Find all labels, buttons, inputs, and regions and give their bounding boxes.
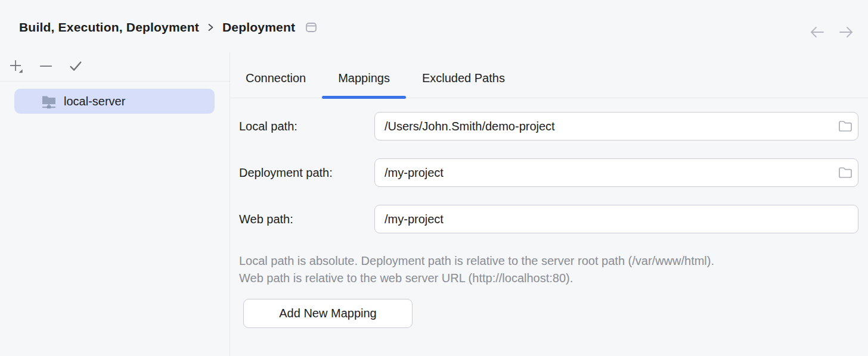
breadcrumb: Build, Execution, Deployment Deployment (19, 20, 317, 35)
help-line-1: Local path is absolute. Deployment path … (239, 252, 865, 270)
arrow-left-icon (809, 25, 826, 39)
checkmark-icon (68, 58, 83, 75)
use-as-default-button[interactable] (68, 59, 83, 74)
breadcrumb-item-deployment[interactable]: Deployment (222, 20, 295, 35)
deployment-path-label: Deployment path: (239, 158, 333, 187)
tab-mappings[interactable]: Mappings (322, 63, 406, 99)
sidebar-toolbar-divider (0, 81, 230, 82)
web-path-input-box (374, 205, 858, 233)
arrow-right-icon (838, 25, 854, 39)
settings-header: Build, Execution, Deployment Deployment (0, 0, 868, 52)
deployment-tabs: Connection Mappings Excluded Paths (230, 63, 521, 99)
web-path-row: Web path: (239, 205, 858, 233)
back-button[interactable] (808, 24, 826, 40)
remove-server-button[interactable] (38, 59, 54, 74)
remote-folder-icon (41, 93, 57, 110)
local-path-input-box (374, 112, 858, 140)
minus-icon (38, 58, 54, 75)
web-path-input[interactable] (375, 205, 858, 233)
window-icon (305, 22, 317, 33)
deployment-path-input[interactable] (375, 159, 833, 186)
local-path-label: Local path: (239, 112, 297, 140)
server-list-toolbar (0, 52, 230, 81)
tab-excluded-paths[interactable]: Excluded Paths (406, 63, 521, 99)
chevron-right-icon (207, 22, 215, 33)
plus-icon (8, 58, 24, 75)
local-path-browse-button[interactable] (833, 113, 858, 140)
add-server-button[interactable] (8, 59, 24, 74)
server-list-item-local-server[interactable]: local-server (14, 89, 215, 114)
history-nav (808, 24, 855, 40)
web-path-label: Web path: (239, 205, 293, 233)
local-path-input[interactable] (375, 113, 833, 140)
server-name-label: local-server (64, 95, 125, 108)
folder-icon (838, 120, 853, 133)
forward-button[interactable] (837, 24, 855, 40)
folder-icon (838, 166, 853, 179)
tab-connection[interactable]: Connection (230, 63, 322, 99)
deployment-path-browse-button[interactable] (833, 159, 858, 186)
local-path-row: Local path: (239, 112, 858, 140)
add-new-mapping-button[interactable]: Add New Mapping (243, 299, 413, 328)
help-line-2: Web path is relative to the web server U… (239, 270, 865, 287)
breadcrumb-item-build-execution-deployment[interactable]: Build, Execution, Deployment (19, 20, 199, 35)
server-list: local-server (0, 89, 230, 114)
deployment-path-row: Deployment path: (239, 158, 858, 187)
deployment-path-input-box (374, 158, 858, 187)
mappings-help-text: Local path is absolute. Deployment path … (239, 252, 865, 287)
